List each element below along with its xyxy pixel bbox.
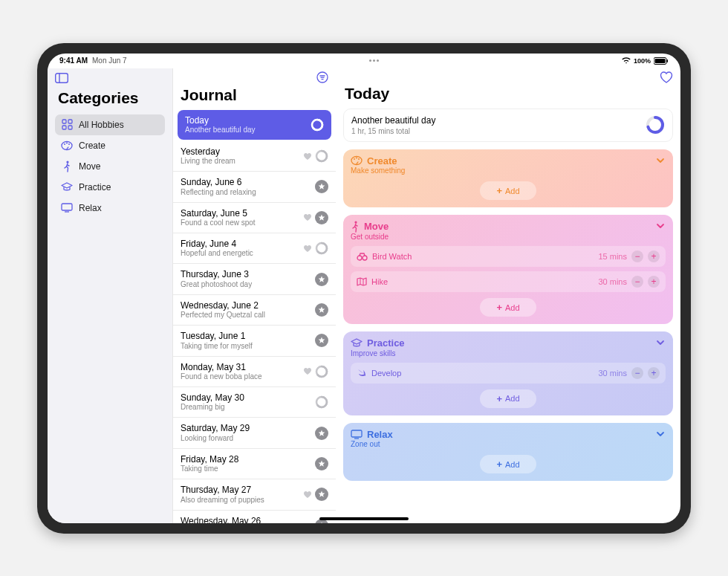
journal-item-subtitle: Hopeful and energetic xyxy=(181,249,253,258)
journal-item-subtitle: Living the dream xyxy=(181,157,235,166)
activity-row[interactable]: Bird Watch15 mins−+ xyxy=(351,246,666,267)
grad-icon xyxy=(61,181,73,193)
section-name: Move xyxy=(364,221,389,233)
journal-item-date: Wednesday, May 26 xyxy=(181,516,261,523)
journal-item[interactable]: Monday, May 31Found a new boba place xyxy=(173,357,336,387)
activity-time: 30 mins xyxy=(598,369,627,378)
journal-item[interactable]: Tuesday, June 1Taking time for myself xyxy=(173,326,336,356)
svg-point-36 xyxy=(354,221,357,223)
tv-icon xyxy=(61,202,73,214)
minus-button[interactable]: − xyxy=(631,250,643,262)
detail-column: Today Another beautiful day 1 hr, 15 min… xyxy=(336,68,680,523)
journal-item[interactable]: TodayAnother beautiful day xyxy=(178,110,331,140)
filter-icon[interactable] xyxy=(316,71,328,83)
journal-item-date: Today xyxy=(185,115,256,126)
svg-rect-7 xyxy=(62,126,66,129)
status-bar: 9:41 AM Mon Jun 7 100% xyxy=(48,54,680,68)
walk-icon xyxy=(351,221,360,233)
sidebar-toggle-icon[interactable] xyxy=(55,73,68,83)
palette-icon xyxy=(61,140,73,152)
svg-point-10 xyxy=(64,143,65,145)
add-button[interactable]: +Add xyxy=(480,298,536,317)
svg-rect-41 xyxy=(351,430,362,437)
journal-item-subtitle: Found a cool new spot xyxy=(181,219,256,227)
section-subtitle: Zone out xyxy=(351,440,393,449)
svg-rect-3 xyxy=(56,73,68,82)
add-button[interactable]: +Add xyxy=(480,389,536,408)
journal-item-date: Thursday, June 3 xyxy=(181,269,252,279)
summary-total: 1 hr, 15 mins total xyxy=(351,127,435,135)
summary-headline[interactable]: Another beautiful day xyxy=(351,115,435,126)
add-button[interactable]: +Add xyxy=(480,181,536,200)
svg-point-13 xyxy=(66,161,68,163)
journal-item-date: Saturday, May 29 xyxy=(181,423,250,433)
progress-ring-icon xyxy=(646,115,665,135)
add-button[interactable]: +Add xyxy=(480,455,536,473)
journal-item-indicator xyxy=(315,180,328,193)
svg-rect-8 xyxy=(68,126,72,129)
minus-button[interactable]: − xyxy=(631,276,643,288)
journal-item-indicator xyxy=(315,427,328,440)
chevron-down-icon[interactable] xyxy=(655,429,666,439)
journal-item[interactable]: Friday, June 4Hopeful and energetic xyxy=(173,233,336,264)
sidebar-item-label: Practice xyxy=(79,182,111,192)
plus-button[interactable]: + xyxy=(648,367,660,379)
journal-item[interactable]: Thursday, May 27Also dreaming of puppies xyxy=(173,479,336,510)
journal-item-indicator xyxy=(315,395,328,409)
sidebar-item-move[interactable]: Move xyxy=(55,156,165,177)
journal-item[interactable]: Saturday, June 5Found a cool new spot xyxy=(173,203,336,233)
plus-button[interactable]: + xyxy=(648,250,660,262)
activity-row[interactable]: Develop30 mins−+ xyxy=(351,363,666,384)
sidebar-item-label: All Hobbies xyxy=(79,120,124,130)
section-subtitle: Get outside xyxy=(351,233,389,242)
chevron-down-icon[interactable] xyxy=(655,221,666,231)
journal-item[interactable]: Friday, May 28Taking time xyxy=(173,449,336,479)
grid-icon xyxy=(61,119,73,131)
journal-item[interactable]: Saturday, May 29Looking forward xyxy=(173,418,336,448)
activity-row[interactable]: Hike30 mins−+ xyxy=(351,271,666,292)
journal-item[interactable]: YesterdayLiving the dream xyxy=(173,141,336,172)
journal-item[interactable]: Wednesday, June 2Perfected my Quetzal ca… xyxy=(173,295,336,326)
walk-icon xyxy=(61,161,73,172)
journal-item-indicator xyxy=(311,118,324,132)
sidebar-item-create[interactable]: Create xyxy=(55,135,165,156)
minus-button[interactable]: − xyxy=(631,367,643,379)
favorite-icon[interactable] xyxy=(660,71,673,83)
chevron-down-icon[interactable] xyxy=(655,155,666,166)
journal-item[interactable]: Thursday, June 3Great photoshoot day xyxy=(173,264,336,294)
journal-item-subtitle: Looking forward xyxy=(181,434,250,443)
section-create: CreateMake something+Add xyxy=(343,149,673,208)
journal-item-subtitle: Taking time for myself xyxy=(181,342,253,351)
journal-item-date: Friday, May 28 xyxy=(181,454,238,465)
sidebar-item-practice[interactable]: Practice xyxy=(55,177,165,198)
sidebar-item-all-hobbies[interactable]: All Hobbies xyxy=(55,114,165,135)
svg-rect-6 xyxy=(68,120,72,123)
journal-item[interactable]: Wednesday, May 26Dreaming of kittens xyxy=(173,511,336,523)
journal-title: Journal xyxy=(173,83,336,110)
battery-icon xyxy=(654,57,669,65)
detail-title: Today xyxy=(345,85,672,103)
sidebar-item-relax[interactable]: Relax xyxy=(55,198,165,219)
journal-item[interactable]: Sunday, June 6Reflecting and relaxing xyxy=(173,172,336,202)
plus-button[interactable]: + xyxy=(648,276,660,288)
journal-item[interactable]: Sunday, May 30Dreaming big xyxy=(173,387,336,418)
svg-rect-1 xyxy=(655,59,666,63)
svg-point-35 xyxy=(358,158,360,160)
home-indicator[interactable] xyxy=(319,517,409,520)
journal-item-date: Yesterday xyxy=(181,146,235,157)
chevron-down-icon[interactable] xyxy=(655,337,666,348)
add-label: Add xyxy=(505,460,520,469)
journal-item-subtitle: Taking time xyxy=(181,465,238,473)
activity-label: Bird Watch xyxy=(372,252,412,261)
section-subtitle: Make something xyxy=(351,166,405,175)
battery-pct: 100% xyxy=(634,57,651,65)
journal-item-date: Saturday, June 5 xyxy=(181,208,256,219)
activity-label: Hike xyxy=(371,277,388,286)
journal-item-date: Tuesday, June 1 xyxy=(181,331,253,341)
journal-item-subtitle: Found a new boba place xyxy=(181,372,262,381)
multitask-dots-icon[interactable] xyxy=(369,57,379,65)
journal-item-subtitle: Great photoshoot day xyxy=(181,280,252,289)
svg-point-37 xyxy=(357,256,362,260)
journal-item-subtitle: Dreaming big xyxy=(181,403,244,412)
journal-item-indicator xyxy=(315,273,328,286)
